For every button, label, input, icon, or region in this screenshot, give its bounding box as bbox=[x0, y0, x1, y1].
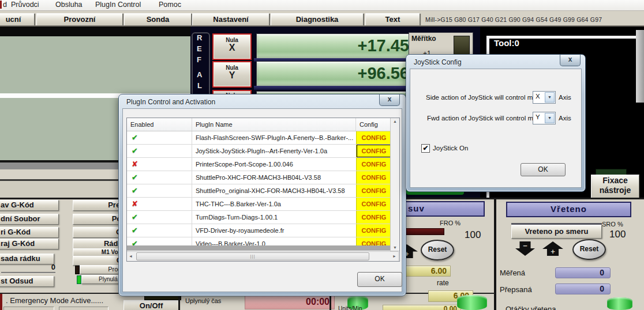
joystick-on-label: JoyStick On bbox=[433, 145, 468, 152]
config-button[interactable]: CONFIG bbox=[356, 224, 391, 237]
plugin-dialog: PlugIn Control and Activation x Enabled … bbox=[118, 94, 406, 296]
spindle-override-label: Přepsaná bbox=[500, 285, 532, 294]
bottom-button-partial[interactable] bbox=[59, 307, 108, 310]
config-button[interactable]: CONFIG bbox=[356, 145, 391, 157]
ref-letter[interactable]: E bbox=[197, 44, 202, 53]
onoff-button[interactable]: On/Off bbox=[123, 300, 179, 310]
tab-provozni[interactable]: Provozní bbox=[36, 13, 123, 26]
disabled-cross-icon[interactable]: ✘ bbox=[132, 198, 143, 210]
minus-sign: − bbox=[515, 241, 535, 250]
plugin-row[interactable]: ✔ ShuttlePro_original-XHC-FOR-MACH3-HB04… bbox=[127, 184, 399, 198]
gcode-display-upper bbox=[0, 36, 190, 93]
plugin-dialog-ok-button[interactable]: OK bbox=[357, 272, 402, 287]
config-button[interactable]: CONFIG bbox=[356, 171, 391, 184]
plugin-row[interactable]: ✔ ShuttlePro-XHC-FOR-MACH3-HB04L-V3.58 C… bbox=[127, 171, 399, 184]
gcode-button-1[interactable]: av G-Kód bbox=[0, 200, 59, 211]
ref-letter[interactable]: A bbox=[197, 70, 202, 79]
sro-value: 100 bbox=[609, 229, 626, 240]
col-header-config[interactable]: Config bbox=[355, 118, 391, 131]
joystick-dialog-close-button[interactable]: x bbox=[560, 55, 581, 66]
menu-item-pomoc[interactable]: Pomoc bbox=[159, 1, 181, 9]
plugin-row[interactable]: ✔ TurnDiags-Turn-Diags-1.00.1 CONFIG bbox=[127, 211, 399, 224]
disabled-cross-icon[interactable]: ✘ bbox=[132, 158, 143, 171]
menu-item-obsluha[interactable]: Obsluha bbox=[55, 1, 83, 9]
config-button[interactable]: CONFIG bbox=[356, 158, 391, 171]
enabled-check-icon[interactable]: ✔ bbox=[132, 184, 143, 197]
enabled-check-icon[interactable]: ✔ bbox=[132, 131, 143, 144]
tab-rucni[interactable]: ucní bbox=[0, 13, 35, 26]
table-filler bbox=[127, 245, 390, 251]
col-header-enabled[interactable]: Enabled bbox=[130, 118, 188, 131]
spindle-down-arrow-icon[interactable]: − bbox=[515, 241, 535, 256]
spindle-override-display: 0 bbox=[555, 283, 611, 294]
plugin-name: Flash-FlashScreen-SWF-PlugIn-A.Fenerty--… bbox=[192, 131, 356, 144]
config-button[interactable]: CONFIG bbox=[356, 211, 391, 224]
fwd-axis-select[interactable]: Y ▼ bbox=[533, 112, 556, 124]
feed-reset-button[interactable]: Reset bbox=[421, 240, 454, 260]
plugin-row[interactable]: ✘ THC-THC---B.Barker-Ver-1.0a CONFIG bbox=[127, 198, 399, 211]
vertical-scrollbar[interactable]: ▲ ▼ bbox=[390, 118, 399, 251]
config-button[interactable]: CONFIG bbox=[356, 131, 391, 144]
sro-label: SRO % bbox=[602, 221, 623, 228]
side-axis-value: X bbox=[536, 93, 540, 100]
scale-button[interactable] bbox=[454, 36, 470, 56]
gcode-button-2[interactable]: dní Soubor bbox=[0, 214, 59, 225]
spindle-cw-button[interactable]: Vreteno po smeru bbox=[511, 225, 602, 239]
enabled-check-icon[interactable]: ✔ bbox=[132, 145, 143, 157]
right-bezel bbox=[636, 30, 644, 103]
gcode-button-4[interactable]: raj G-Kód bbox=[0, 239, 59, 249]
enabled-check-icon[interactable]: ✔ bbox=[132, 211, 143, 224]
tab-nastaveni[interactable]: Nastavení bbox=[192, 13, 269, 26]
side-axis-select[interactable]: X ▼ bbox=[533, 91, 556, 104]
config-button[interactable]: CONFIG bbox=[356, 184, 391, 197]
tab-diagnostika[interactable]: Diagnostika bbox=[271, 13, 364, 26]
elapsed-time-label: Uplynulý čas bbox=[185, 297, 221, 304]
scroll-right-icon[interactable]: ► bbox=[392, 254, 396, 258]
ref-letter[interactable]: R bbox=[197, 33, 202, 42]
ref-letter[interactable]: F bbox=[197, 55, 201, 64]
tool-fixture-button[interactable]: Fixace nástroje bbox=[591, 175, 639, 198]
ref-letter[interactable]: L bbox=[197, 81, 202, 90]
gcode-button-3[interactable]: ri G-Kód bbox=[0, 227, 59, 238]
horizontal-scrollbar[interactable]: ◄ ► ||| bbox=[127, 251, 399, 261]
spindle-indicator bbox=[607, 297, 632, 310]
combo-down-icon[interactable]: ▼ bbox=[545, 92, 555, 103]
tab-text[interactable]: Text bbox=[365, 13, 420, 26]
plugin-row[interactable]: ✔ VFD-Driver-by-royaumedeole.fr CONFIG bbox=[127, 224, 399, 237]
scroll-down-icon[interactable]: ▼ bbox=[391, 245, 399, 249]
spindle-measured-display: 0 bbox=[555, 267, 611, 278]
config-button[interactable]: CONFIG bbox=[356, 198, 391, 210]
combo-down-icon[interactable]: ▼ bbox=[545, 113, 555, 123]
side-axis-suffix: Axis bbox=[559, 94, 571, 101]
spindle-up-arrow-icon[interactable]: + bbox=[542, 241, 563, 256]
tab-sonda[interactable]: Sonda bbox=[124, 13, 192, 26]
enabled-check-icon[interactable]: ✔ bbox=[132, 224, 143, 237]
line-number-field[interactable]: 0 bbox=[1, 263, 55, 273]
scroll-left-icon[interactable]: ◄ bbox=[129, 254, 133, 258]
zero-x-button[interactable]: Nula X bbox=[212, 33, 252, 60]
menu-item-pruvodci[interactable]: Průvodci bbox=[11, 1, 39, 9]
tool-number-label: Tool:0 bbox=[494, 38, 519, 48]
col-header-name[interactable]: PlugIn Name bbox=[192, 118, 356, 131]
plugin-row[interactable]: ✔ JoyStick-JoyStick-PlugIn--Art-Fenerty-… bbox=[127, 145, 399, 158]
plugin-dialog-close-button[interactable]: x bbox=[379, 94, 400, 106]
plugin-row[interactable]: ✔ Flash-FlashScreen-SWF-PlugIn-A.Fenerty… bbox=[127, 131, 399, 145]
side-action-label: Side action of JoyStick will control my bbox=[426, 94, 536, 101]
spindle-reset-button[interactable]: Reset bbox=[572, 239, 606, 260]
menu-item-plugin-control[interactable]: PlugIn Control bbox=[95, 1, 141, 9]
plugin-name: VFD-Driver-by-royaumedeole.fr bbox=[192, 224, 356, 237]
enabled-check-icon[interactable]: ✔ bbox=[132, 171, 143, 184]
joystick-on-checkbox[interactable]: ✔ bbox=[421, 144, 430, 153]
joystick-dialog-ok-button[interactable]: OK bbox=[521, 163, 566, 176]
scroll-up-icon[interactable]: ▲ bbox=[391, 119, 399, 123]
dro-y-value: +96.56 bbox=[256, 61, 415, 87]
run-from-here-button[interactable]: st Odsud bbox=[0, 276, 54, 287]
menu-item-cut[interactable]: d bbox=[3, 1, 7, 9]
bottom-button-partial[interactable] bbox=[3, 307, 54, 310]
plugin-row[interactable]: ✘ PrinterScope-Port-Scope-1.00.046 CONFI… bbox=[127, 158, 399, 171]
zero-y-button[interactable]: Nula Y bbox=[212, 61, 252, 88]
dro-x-value: +17.45 bbox=[256, 33, 415, 59]
spindle-header: Vřeteno bbox=[506, 202, 631, 217]
units-label: Units/Min bbox=[338, 305, 362, 310]
scroll-thumb[interactable]: ||| bbox=[136, 252, 369, 260]
